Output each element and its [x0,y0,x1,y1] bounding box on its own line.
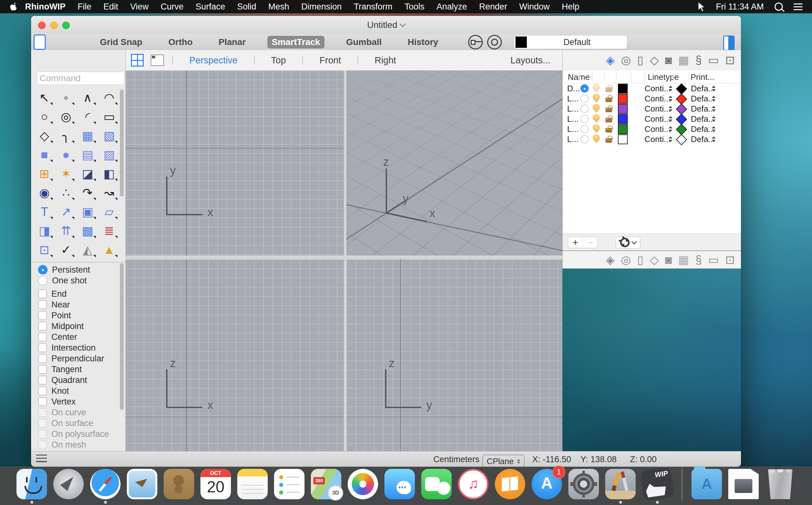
osnap-checkbox-row[interactable]: On curve [31,407,125,418]
layer-print-color[interactable] [676,114,687,125]
record-history-icon[interactable] [468,35,483,49]
viewport-tab[interactable]: Front [302,55,341,65]
checkbox[interactable] [38,440,47,449]
quadrant-circle-tool[interactable]: ◯ [98,259,120,262]
current-layer-radio[interactable] [580,95,589,103]
four-viewport-layout-icon[interactable] [131,54,144,66]
viewport-top[interactable]: y x [125,70,344,256]
checkbox[interactable] [38,343,47,352]
command-history-panel-tab-icon[interactable]: § [695,254,702,266]
adjust-curve-tool[interactable]: ↷ [77,183,98,202]
boolean-difference-tool[interactable]: ◉ [34,183,55,202]
layer-color-swatch[interactable] [618,104,628,114]
explode-tool[interactable]: ✶ [55,164,77,183]
curved-surface-tool[interactable]: ▧ [98,126,120,145]
checkbox[interactable] [38,311,47,320]
toolbar-toggle[interactable]: Planar [214,36,250,48]
checkbox[interactable] [38,419,47,428]
named-positions-panel-tab-icon[interactable]: ▭ [708,54,719,66]
print-width-stepper[interactable] [712,86,715,91]
checkbox[interactable] [38,333,47,341]
visible-select-tool[interactable]: ◙ [77,259,98,262]
osnap-checkbox-row[interactable]: Perpendicular [31,353,125,364]
single-viewport-layout-icon[interactable] [151,54,164,66]
properties-panel-tab-icon[interactable]: ◎ [621,54,631,66]
menu-item[interactable]: Solid [237,2,256,12]
remove-layer-button[interactable]: − [583,237,597,248]
toolbar-toggle[interactable]: Gumball [342,36,386,48]
viewport-front[interactable]: z x [125,259,344,451]
extend-curve-tool[interactable]: ↝ [98,183,120,202]
dock-maps[interactable]: 280 3D [311,469,341,504]
toolbar-toggle[interactable]: History [403,36,442,48]
print-width-stepper[interactable] [712,116,715,122]
linetype-stepper[interactable] [669,96,672,102]
circle-tool[interactable]: ○ [34,107,55,126]
rectangle-tool[interactable]: ▭ [98,107,120,126]
linetype-stepper[interactable] [669,126,672,132]
layer-print-color[interactable] [676,134,687,145]
layer-lock-icon[interactable] [605,114,614,123]
layer-color-swatch[interactable] [618,94,628,104]
snap-mode-radio-row[interactable]: One shot [31,275,125,286]
osnap-checkbox-row[interactable]: Quadrant [31,375,125,385]
layer-print-color[interactable] [676,104,687,115]
dock-separator[interactable] [679,468,685,505]
linetype-stepper[interactable] [669,86,672,91]
filter-icon[interactable] [487,35,502,49]
layer-visibility-bulb-icon[interactable] [592,124,601,133]
menu-item[interactable]: Edit [103,2,118,12]
layer-visibility-bulb-icon[interactable] [592,94,601,103]
distribute-align-tool[interactable]: ≣ [98,221,120,240]
layouts-button[interactable]: Layouts... [510,55,550,65]
toolbar-toggle[interactable]: SmartTrack [267,36,325,48]
dock-document-file[interactable] [728,469,759,504]
offset-copy-tool[interactable]: ⊡ [34,240,55,259]
primitive-group-tool[interactable]: ◭ [77,240,98,259]
checkbox[interactable] [38,376,47,384]
layer-linetype[interactable]: Conti... [645,124,671,134]
menu-item[interactable]: Dimension [301,2,342,12]
menu-item[interactable]: Help [562,2,579,12]
dock-rhinowip[interactable]: WIP [642,469,672,504]
layer-color-swatch[interactable] [618,114,628,124]
osnap-checkbox-row[interactable]: Point [31,310,125,321]
viewport-perspective[interactable]: z y x [347,70,562,256]
sphere-tool[interactable]: ● [55,145,77,164]
point-tool[interactable]: ◦ [55,88,77,107]
rectangular-array-tool[interactable]: ▩ [77,221,98,240]
layer-row[interactable]: L... Conti... Defa... [563,124,741,134]
dock-photos[interactable] [348,469,378,504]
display-panel-tab-icon[interactable]: ⊡ [725,254,734,266]
layer-visibility-bulb-icon[interactable] [592,134,601,143]
osnap-checkbox-row[interactable]: Intersection [31,342,125,353]
cplane-dropdown[interactable]: CPlane [482,455,525,467]
print-width-stepper[interactable] [712,136,715,142]
notes-panel-tab-icon[interactable]: ▯ [637,54,644,66]
dock-facetime[interactable] [421,469,452,504]
checkbox[interactable] [38,397,47,406]
layer-linetype[interactable]: Conti... [645,114,671,124]
menu-item[interactable]: Tools [404,2,424,12]
dock-itunes[interactable]: ♫ [458,469,489,504]
gumball-drag-tool[interactable]: ▲ [98,240,120,259]
osnap-checkbox-row[interactable]: Tangent [31,364,125,375]
tool-palette-scrollbar[interactable] [120,90,124,196]
menu-item[interactable]: View [130,2,149,12]
print-width-stepper[interactable] [712,106,715,112]
layer-visibility-bulb-icon[interactable] [592,84,601,93]
toolbar-toggle[interactable]: Grid Snap [96,36,147,48]
boolean-union-tool[interactable]: ∴ [55,183,77,202]
current-layer-radio[interactable]: ● [580,84,589,93]
menu-item[interactable]: Analyze [436,2,467,12]
print-width-stepper[interactable] [712,96,715,102]
box-tool[interactable]: ■ [34,145,55,164]
layers-panel-tab-icon[interactable]: ◈ [606,254,615,266]
osnap-checkbox-row[interactable]: Near [31,299,125,310]
checkbox[interactable] [38,322,47,331]
materials-panel-tab-icon[interactable]: ◇ [650,54,659,66]
dock-messages[interactable] [384,469,415,504]
layer-row[interactable]: D... ● Conti... Defa... [563,83,741,93]
select-tool[interactable]: ↖ [34,88,55,107]
layer-lock-icon[interactable] [605,104,614,113]
